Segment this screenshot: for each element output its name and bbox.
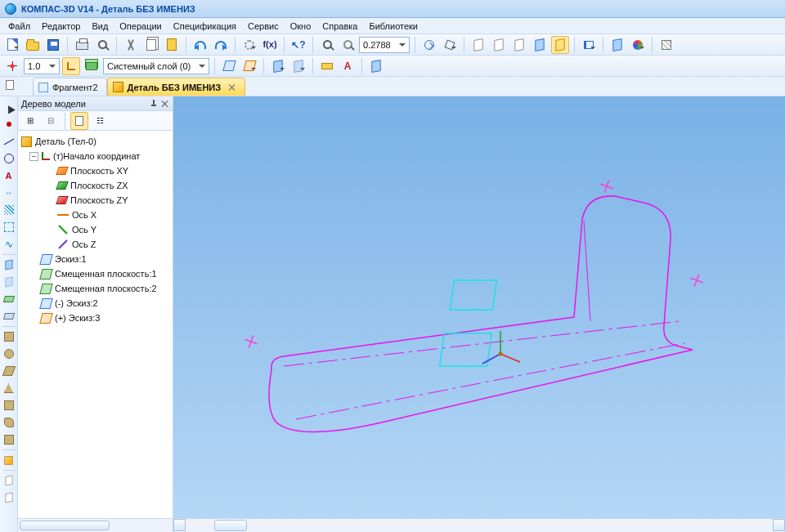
menu-editor[interactable]: Редактор: [37, 20, 85, 33]
tool-op5[interactable]: [2, 398, 16, 413]
tool-extrude-s[interactable]: [2, 257, 16, 272]
tree-origin[interactable]: −(т)Начало координат: [21, 149, 171, 163]
tool-line[interactable]: [2, 134, 16, 149]
tool-point[interactable]: [2, 117, 16, 132]
tree-root[interactable]: Деталь (Тел-0): [21, 134, 171, 149]
close-tab-icon[interactable]: [228, 83, 236, 92]
step-combo[interactable]: 1.0: [24, 58, 60, 74]
tab-part[interactable]: Деталь БЕЗ ИМЕНИЗ: [107, 78, 246, 96]
tool-op2[interactable]: [2, 346, 16, 361]
appearance-button[interactable]: [629, 36, 647, 54]
section-button[interactable]: [608, 36, 626, 54]
macro-button[interactable]: [240, 36, 258, 54]
viewport-hscroll[interactable]: [173, 518, 785, 532]
tree-sketch3[interactable]: (+) Эскиз:3: [21, 311, 171, 325]
tree-axis-z[interactable]: Ось Z: [21, 237, 171, 252]
tree-mode3-button[interactable]: [70, 112, 88, 130]
zoom-combo[interactable]: 0.2788: [359, 37, 410, 53]
scroll-thumb[interactable]: [20, 521, 110, 530]
panel-hscroll[interactable]: [18, 518, 173, 532]
tool-hatch[interactable]: [2, 203, 16, 217]
tree-axis-x[interactable]: Ось X: [21, 208, 171, 222]
menu-help[interactable]: Справка: [317, 20, 362, 33]
tool-surf1[interactable]: [2, 292, 16, 306]
tree-plane-zy[interactable]: Плоскость ZY: [21, 193, 171, 208]
sketch-mode-button[interactable]: [240, 57, 258, 75]
tool-constr[interactable]: [2, 220, 16, 235]
menu-file[interactable]: Файл: [3, 20, 35, 33]
tree-mode4-button[interactable]: ☷: [91, 112, 109, 130]
orient-button[interactable]: [441, 36, 459, 54]
tool-spline[interactable]: ∿: [2, 237, 16, 252]
tab-fragment[interactable]: Фрагмент2: [33, 78, 107, 96]
view-shaded-button[interactable]: [531, 36, 549, 54]
view-wire-button[interactable]: [469, 36, 487, 54]
tool-op4[interactable]: [2, 381, 16, 396]
help-context-button[interactable]: ↖?: [289, 36, 307, 54]
fx-button[interactable]: f(x): [261, 36, 279, 54]
tool-bottom2[interactable]: [2, 490, 16, 505]
new-button[interactable]: [3, 36, 21, 54]
zoom-in-button[interactable]: [318, 36, 336, 54]
viewport-3d[interactable]: [173, 96, 785, 532]
menu-service[interactable]: Сервис: [243, 20, 284, 33]
tool-op7[interactable]: [2, 432, 16, 447]
tool-circle[interactable]: [2, 151, 16, 166]
snap-button[interactable]: [3, 57, 21, 75]
tree-plane-xy[interactable]: Плоскость XY: [21, 163, 171, 178]
tree-axis-y[interactable]: Ось Y: [21, 222, 171, 237]
cut-button[interactable]: [122, 36, 140, 54]
print-button[interactable]: [73, 36, 91, 54]
tool-op6[interactable]: [2, 415, 16, 430]
collapse-icon[interactable]: −: [29, 152, 38, 161]
ortho-button[interactable]: [62, 57, 80, 75]
tree-plane-zx[interactable]: Плоскость ZX: [21, 178, 171, 193]
copy-button[interactable]: [142, 36, 160, 54]
close-panel-icon[interactable]: [161, 100, 169, 108]
scroll-thumb[interactable]: [214, 520, 247, 531]
tool-op1[interactable]: [2, 329, 16, 344]
tool-lib[interactable]: [2, 453, 16, 467]
tree-offsetplane2[interactable]: Смещенная плоскость:2: [21, 281, 171, 296]
tree-sketch1[interactable]: Эскиз:1: [21, 252, 171, 266]
menu-spec[interactable]: Спецификация: [168, 20, 241, 33]
sketch-button[interactable]: [220, 57, 238, 75]
rebuild-button[interactable]: [657, 36, 675, 54]
tool-select[interactable]: [2, 100, 16, 114]
tab-nav-button[interactable]: [3, 78, 16, 92]
menu-ops[interactable]: Операции: [114, 20, 166, 33]
tool-surf2[interactable]: [2, 309, 16, 324]
menu-window[interactable]: Окно: [285, 20, 316, 33]
tool-cut-s[interactable]: [2, 275, 16, 289]
revolve-button[interactable]: [289, 57, 307, 75]
measure-button[interactable]: [318, 57, 336, 75]
pin-icon[interactable]: [150, 100, 158, 108]
scroll-right-icon[interactable]: [773, 519, 785, 531]
rotate-button[interactable]: [420, 36, 438, 54]
perspective-button[interactable]: [580, 36, 598, 54]
scroll-left-icon[interactable]: [173, 519, 186, 531]
tree-sketch2[interactable]: (-) Эскиз:2: [21, 296, 171, 311]
view-nohidden-button[interactable]: [510, 36, 528, 54]
tool-dim[interactable]: ↔: [2, 186, 16, 200]
undo-button[interactable]: [191, 36, 209, 54]
zoom-out-button[interactable]: [339, 36, 357, 54]
model-tree[interactable]: Деталь (Тел-0) −(т)Начало координат Плос…: [18, 131, 173, 518]
menu-libs[interactable]: Библиотеки: [364, 20, 423, 33]
print-preview-button[interactable]: [93, 36, 111, 54]
tool-bottom1[interactable]: [2, 473, 16, 488]
layer-combo[interactable]: Системный слой (0): [103, 58, 209, 74]
tool-op3[interactable]: [2, 364, 16, 378]
text-button[interactable]: A: [339, 57, 357, 75]
assembly-button[interactable]: [367, 57, 385, 75]
menu-view[interactable]: Вид: [87, 20, 113, 33]
tool-text[interactable]: A: [2, 168, 16, 183]
tree-mode1-button[interactable]: ⊞: [21, 112, 39, 130]
extrude-button[interactable]: [269, 57, 287, 75]
view-shaded-edges-button[interactable]: [551, 36, 569, 54]
layers-button[interactable]: [83, 57, 101, 75]
paste-button[interactable]: [163, 36, 181, 54]
save-button[interactable]: [44, 36, 62, 54]
tree-mode2-button[interactable]: ⊟: [42, 112, 60, 130]
redo-button[interactable]: [212, 36, 230, 54]
